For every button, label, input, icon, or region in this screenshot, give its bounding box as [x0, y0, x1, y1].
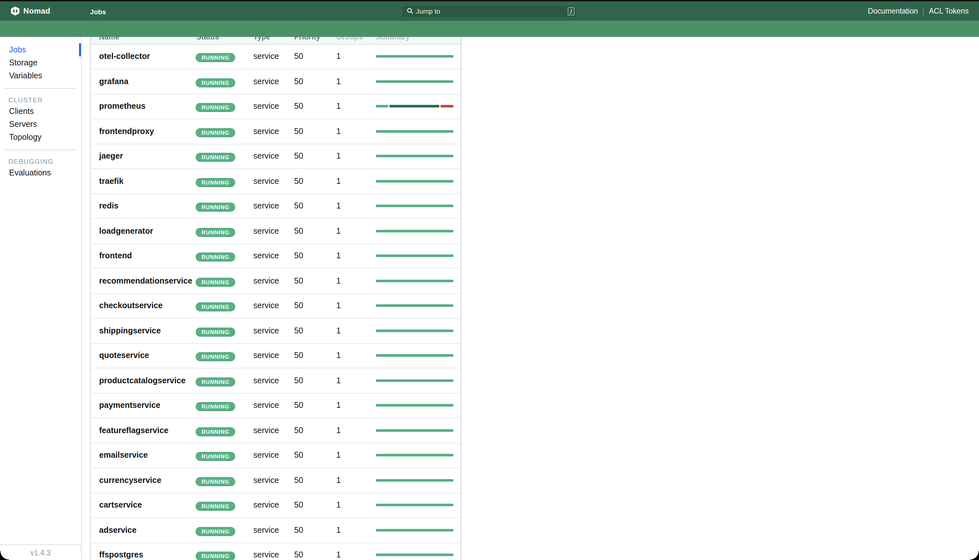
nomad-brand[interactable]: Nomad	[11, 1, 50, 21]
table-row-paymentservice[interactable]: paymentserviceRUNNINGservice501	[91, 393, 461, 418]
sidebar: JobsStorageVariablesCLUSTERClientsServer…	[0, 37, 82, 560]
job-name: paymentservice	[91, 401, 187, 410]
table-row-checkoutservice[interactable]: checkoutserviceRUNNINGservice501	[91, 293, 461, 318]
table-row-cartservice[interactable]: cartserviceRUNNINGservice501	[91, 493, 461, 518]
summary-cell	[367, 404, 461, 407]
summary-cell	[367, 55, 461, 58]
column-header-priority[interactable]: Priority	[285, 37, 327, 40]
status-badge: RUNNING	[195, 452, 235, 461]
summary-cell	[367, 280, 461, 282]
status-badge: RUNNING	[195, 527, 235, 536]
status-cell: RUNNING	[187, 175, 244, 187]
job-groups: 1	[327, 252, 367, 261]
summary-segment	[376, 554, 453, 557]
summary-bar	[376, 330, 453, 332]
job-priority: 50	[285, 551, 327, 560]
table-row-redis[interactable]: redisRUNNINGservice501	[91, 194, 461, 219]
status-cell: RUNNING	[187, 325, 244, 337]
jobs-table: NameStatusTypePriorityGroupsSummary otel…	[90, 37, 461, 560]
summary-segment	[376, 180, 453, 183]
sidebar-item-topology[interactable]: Topology	[0, 130, 81, 143]
table-row-loadgenerator[interactable]: loadgeneratorRUNNINGservice501	[91, 219, 461, 244]
table-row-prometheus[interactable]: prometheusRUNNINGservice501	[91, 94, 461, 119]
status-cell: RUNNING	[187, 225, 244, 237]
job-groups: 1	[327, 526, 367, 535]
links-separator: |	[923, 7, 925, 15]
job-groups: 1	[327, 77, 367, 86]
table-row-adservice[interactable]: adserviceRUNNINGservice501	[91, 518, 461, 543]
active-indicator	[79, 43, 81, 56]
table-row-productcatalogservice[interactable]: productcatalogserviceRUNNINGservice501	[91, 368, 461, 393]
status-cell: RUNNING	[187, 450, 244, 461]
table-row-recommendationservice[interactable]: recommendationserviceRUNNINGservice501	[91, 269, 461, 293]
table-row-quoteservice[interactable]: quoteserviceRUNNINGservice501	[91, 343, 461, 368]
status-cell: RUNNING	[187, 76, 244, 87]
sidebar-divider	[5, 149, 76, 150]
summary-bar	[376, 529, 453, 532]
summary-segment	[376, 454, 453, 457]
status-badge: RUNNING	[195, 153, 235, 162]
summary-segment	[376, 305, 453, 307]
summary-bar	[376, 55, 453, 58]
column-header-type[interactable]: Type	[244, 37, 285, 40]
jobs-table-body: otel-collectorRUNNINGservice501grafanaRU…	[91, 44, 461, 560]
summary-cell	[367, 80, 461, 83]
sidebar-item-jobs[interactable]: Jobs	[0, 43, 81, 56]
sidebar-item-label: Clients	[9, 107, 34, 115]
job-name: prometheus	[91, 102, 187, 111]
job-priority: 50	[285, 376, 327, 385]
table-row-otel-collector[interactable]: otel-collectorRUNNINGservice501	[91, 44, 461, 69]
sidebar-item-servers[interactable]: Servers	[0, 118, 81, 130]
sidebar-item-clients[interactable]: Clients	[0, 105, 81, 118]
summary-bar	[376, 379, 453, 382]
sidebar-item-variables[interactable]: Variables	[0, 69, 81, 82]
job-priority: 50	[285, 252, 327, 261]
column-header-name[interactable]: Name	[91, 37, 187, 40]
table-row-frontendproxy[interactable]: frontendproxyRUNNINGservice501	[91, 119, 461, 144]
job-priority: 50	[285, 177, 327, 186]
table-row-jaeger[interactable]: jaegerRUNNINGservice501	[91, 144, 461, 169]
job-type: service	[244, 351, 285, 360]
table-row-traefik[interactable]: traefikRUNNINGservice501	[91, 169, 461, 194]
breadcrumb-jobs[interactable]: Jobs	[90, 8, 106, 15]
job-type: service	[244, 376, 285, 385]
column-header-status[interactable]: Status	[187, 37, 244, 40]
documentation-link[interactable]: Documentation	[868, 7, 918, 15]
screen-corner-bottom-right	[970, 551, 979, 560]
job-groups: 1	[327, 426, 367, 435]
version-label: v1.4.3	[30, 549, 51, 557]
table-row-shippingservice[interactable]: shippingserviceRUNNINGservice501	[91, 318, 461, 343]
summary-segment	[376, 130, 453, 133]
job-type: service	[244, 102, 285, 111]
sidebar-item-evaluations[interactable]: Evaluations	[0, 166, 81, 179]
jump-to-search[interactable]: Jump to /	[403, 5, 576, 17]
summary-bar	[376, 404, 453, 407]
job-priority: 50	[285, 127, 327, 136]
status-cell: RUNNING	[187, 101, 244, 112]
search-icon	[407, 8, 413, 14]
sidebar-item-label: Storage	[9, 58, 38, 67]
table-row-currencyservice[interactable]: currencyserviceRUNNINGservice501	[91, 468, 461, 493]
sidebar-item-label: Topology	[9, 132, 42, 142]
job-type: service	[244, 202, 285, 211]
job-priority: 50	[285, 152, 327, 161]
status-badge: RUNNING	[195, 552, 235, 560]
job-groups: 1	[327, 152, 367, 161]
job-groups: 1	[327, 351, 367, 360]
table-row-grafana[interactable]: grafanaRUNNINGservice501	[91, 69, 461, 94]
job-priority: 50	[285, 227, 327, 236]
table-row-ffspostgres[interactable]: ffspostgresRUNNINGservice501	[91, 543, 461, 560]
status-badge: RUNNING	[195, 303, 235, 312]
acl-tokens-link[interactable]: ACL Tokens	[929, 7, 969, 15]
table-row-featureflagservice[interactable]: featureflagserviceRUNNINGservice501	[91, 418, 461, 443]
summary-cell	[367, 554, 461, 557]
summary-bar	[376, 280, 453, 282]
table-row-frontend[interactable]: frontendRUNNINGservice501	[91, 244, 461, 269]
job-type: service	[244, 326, 285, 335]
job-groups: 1	[327, 277, 367, 285]
status-badge: RUNNING	[195, 178, 235, 187]
table-row-emailservice[interactable]: emailserviceRUNNINGservice501	[91, 443, 461, 468]
sidebar-item-storage[interactable]: Storage	[0, 56, 81, 69]
sidebar-section-label-cluster: CLUSTER	[0, 94, 81, 105]
job-type: service	[244, 526, 285, 535]
